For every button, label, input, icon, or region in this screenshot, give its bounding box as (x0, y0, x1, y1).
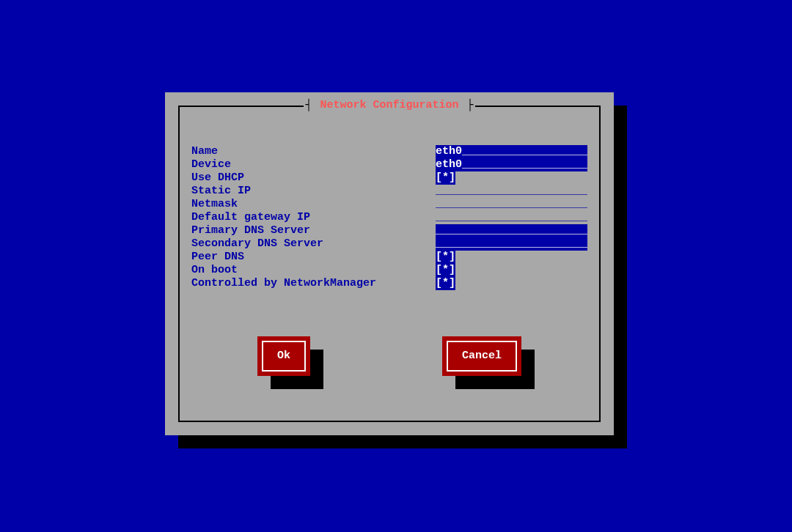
label-static-ip: Static IP (191, 185, 436, 198)
cancel-button[interactable]: Cancel (442, 336, 521, 376)
form: Name eth0____________________ Device eth… (191, 145, 587, 290)
ok-button-wrap: Ok (257, 336, 310, 376)
row-gateway: Default gateway IP _____________________… (191, 211, 587, 224)
row-use-dhcp: Use DHCP [*] (191, 171, 587, 185)
label-gateway: Default gateway IP (191, 211, 436, 224)
row-on-boot: On boot [*] (191, 264, 587, 277)
label-use-dhcp: Use DHCP (191, 171, 436, 185)
gateway-input[interactable]: ________________________ (436, 211, 587, 224)
primary-dns-input[interactable]: ________________________ (436, 224, 587, 237)
row-static-ip: Static IP ________________________ (191, 185, 587, 198)
label-secondary-dns: Secondary DNS Server (191, 237, 436, 251)
label-primary-dns: Primary DNS Server (191, 224, 436, 237)
label-nm: Controlled by NetworkManager (191, 277, 436, 290)
name-input[interactable]: eth0____________________ (436, 145, 587, 158)
label-device: Device (191, 158, 436, 171)
cancel-button-wrap: Cancel (442, 336, 521, 376)
device-input[interactable]: eth0____________________ (436, 158, 587, 171)
row-primary-dns: Primary DNS Server _____________________… (191, 224, 587, 237)
secondary-dns-input[interactable]: ________________________ (436, 237, 587, 251)
peer-dns-checkbox[interactable]: [*] (436, 251, 455, 264)
on-boot-checkbox[interactable]: [*] (436, 264, 455, 277)
netmask-input[interactable]: ________________________ (436, 198, 587, 211)
row-name: Name eth0____________________ (191, 145, 587, 158)
network-config-dialog: ┤ Network Configuration ├ Name eth0_____… (165, 92, 614, 435)
row-nm: Controlled by NetworkManager [*] (191, 277, 587, 290)
row-netmask: Netmask ________________________ (191, 198, 587, 211)
cancel-button-label: Cancel (462, 350, 502, 363)
ok-button-label: Ok (277, 350, 290, 363)
button-row: Ok Cancel (165, 336, 614, 376)
label-on-boot: On boot (191, 264, 436, 277)
ok-button[interactable]: Ok (257, 336, 310, 376)
row-peer-dns: Peer DNS [*] (191, 251, 587, 264)
static-ip-input[interactable]: ________________________ (436, 185, 587, 198)
label-name: Name (191, 145, 436, 158)
row-secondary-dns: Secondary DNS Server ___________________… (191, 237, 587, 251)
row-device: Device eth0____________________ (191, 158, 587, 171)
nm-checkbox[interactable]: [*] (436, 277, 455, 290)
label-netmask: Netmask (191, 198, 436, 211)
label-peer-dns: Peer DNS (191, 251, 436, 264)
use-dhcp-checkbox[interactable]: [*] (436, 171, 455, 185)
